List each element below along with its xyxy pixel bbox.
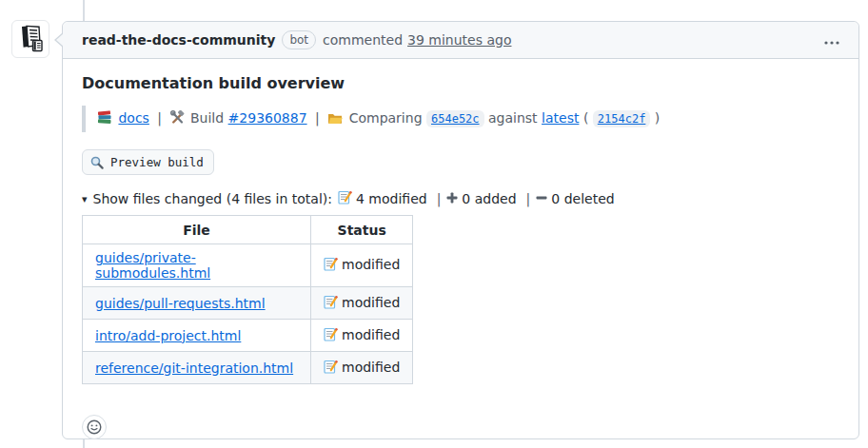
build-label: Build <box>190 110 224 126</box>
bot-avatar[interactable] <box>11 20 49 58</box>
file-column-header: File <box>83 216 311 244</box>
status-column-header: Status <box>311 216 413 244</box>
memo-icon <box>338 190 352 207</box>
files-changed-summary-toggle[interactable]: ▾ Show files changed (4 files in total):… <box>82 190 839 207</box>
memo-icon <box>324 360 338 377</box>
files-changed-label: Show files changed (4 files in total): <box>93 191 332 206</box>
separator-pipe: | <box>311 110 324 126</box>
comment-body: Documentation build overview docs | <box>63 59 858 448</box>
file-link[interactable]: guides/private-submodules.html <box>95 250 210 281</box>
kebab-menu-icon <box>824 33 839 48</box>
memo-icon <box>324 257 338 274</box>
status-text: modified <box>342 327 400 342</box>
commit-to-link[interactable]: 2154c2f <box>593 110 651 127</box>
deleted-count: 0 deleted <box>551 191 614 206</box>
file-link[interactable]: reference/git-integration.html <box>95 360 293 376</box>
table-header-row: File Status <box>83 216 413 244</box>
commit-from-link[interactable]: 654e52c <box>426 110 484 127</box>
smiley-icon <box>87 419 102 435</box>
comment-timestamp-link[interactable]: 39 minutes ago <box>407 32 511 48</box>
preview-build-label: Preview build <box>110 155 204 169</box>
build-info-quote: docs | Build #29360887 | <box>82 106 839 132</box>
file-link[interactable]: intro/add-project.html <box>95 328 241 343</box>
minus-icon <box>536 191 547 206</box>
timeline-line-top <box>83 0 85 21</box>
separator-pipe: | <box>432 191 446 206</box>
open-folder-icon <box>327 107 343 132</box>
separator-pipe: | <box>153 110 166 126</box>
bot-badge: bot <box>282 30 316 49</box>
comment-options-button[interactable] <box>820 29 843 51</box>
table-row: reference/git-integration.html modified <box>83 352 413 384</box>
disclosure-triangle-icon: ▾ <box>82 193 88 205</box>
comment-card: read-the-docs-community bot commented 39… <box>62 21 859 439</box>
table-row: guides/private-submodules.html modified <box>83 244 413 287</box>
paren-close: ) <box>655 110 660 126</box>
separator-pipe: | <box>522 191 536 206</box>
paren-open: ( <box>583 110 588 126</box>
file-link[interactable]: guides/pull-requests.html <box>95 296 266 311</box>
table-row: intro/add-project.html modified <box>83 320 413 352</box>
magnifier-icon <box>90 156 104 169</box>
hammer-wrench-icon <box>170 107 185 132</box>
memo-icon <box>324 295 338 312</box>
table-row: guides/pull-requests.html modified <box>83 287 413 320</box>
comparing-label: Comparing <box>349 110 423 126</box>
status-text: modified <box>342 360 400 375</box>
read-the-docs-logo-icon <box>15 23 46 56</box>
status-text: modified <box>342 257 400 272</box>
against-label: against <box>488 110 538 126</box>
comment-author-link[interactable]: read-the-docs-community <box>82 32 275 48</box>
pr-timeline-page: read-the-docs-community bot commented 39… <box>0 0 868 448</box>
books-icon <box>97 107 112 132</box>
comment-header: read-the-docs-community bot commented 39… <box>63 22 858 59</box>
comment-action-text: commented <box>323 32 403 48</box>
docs-link[interactable]: docs <box>118 110 148 126</box>
status-text: modified <box>342 295 400 310</box>
latest-version-link[interactable]: latest <box>542 110 579 126</box>
preview-build-button[interactable]: Preview build <box>82 149 214 175</box>
memo-icon <box>324 327 338 344</box>
plus-icon <box>446 191 458 206</box>
files-changed-table: File Status guides/private-submodules.ht… <box>82 215 413 384</box>
add-reaction-button[interactable] <box>82 415 107 439</box>
build-overview-title: Documentation build overview <box>82 74 839 92</box>
added-count: 0 added <box>462 191 516 206</box>
modified-count: 4 modified <box>356 191 427 206</box>
build-number-link[interactable]: #29360887 <box>228 110 307 126</box>
